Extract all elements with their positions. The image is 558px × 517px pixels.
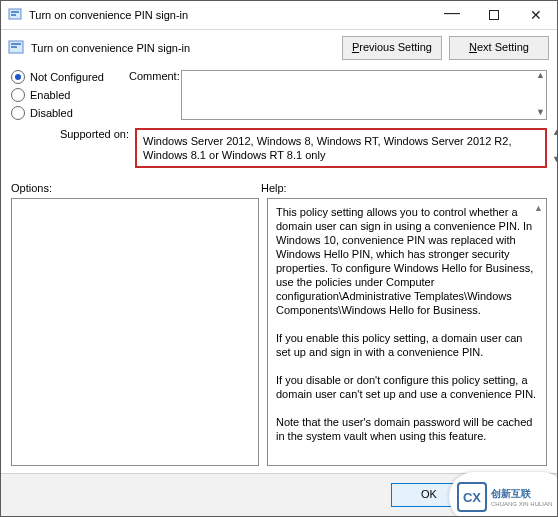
chevron-up-icon[interactable]: ▲ — [552, 128, 558, 137]
header-left: Turn on convenience PIN sign-in — [7, 39, 190, 57]
titlebar-buttons: ― ✕ — [431, 1, 557, 29]
minimize-button[interactable]: ― — [431, 0, 473, 29]
panel-labels: Options: Help: — [1, 174, 557, 198]
supported-on-label: Supported on: — [11, 128, 135, 140]
titlebar: Turn on convenience PIN sign-in ― ✕ — [1, 1, 557, 30]
comment-label: Comment: — [129, 70, 181, 82]
help-panel: ▲ This policy setting allows you to cont… — [267, 198, 547, 466]
svg-rect-2 — [11, 14, 16, 16]
radio-icon — [11, 106, 25, 120]
header-row: Turn on convenience PIN sign-in Previous… — [1, 30, 557, 70]
options-panel — [11, 198, 259, 466]
radio-label: Not Configured — [30, 71, 104, 83]
radio-icon — [11, 88, 25, 102]
radio-disabled[interactable]: Disabled — [11, 106, 129, 120]
svg-rect-3 — [490, 11, 499, 20]
close-button[interactable]: ✕ — [515, 1, 557, 29]
watermark-sub: CHUANG XIN HULIAN — [491, 501, 552, 507]
maximize-button[interactable] — [473, 1, 515, 29]
watermark-brand: 创新互联 — [491, 487, 552, 501]
header-title: Turn on convenience PIN sign-in — [31, 42, 190, 54]
content-area: Not Configured Enabled Disabled Comment:… — [1, 70, 557, 168]
svg-rect-6 — [11, 46, 17, 48]
window-title: Turn on convenience PIN sign-in — [29, 9, 188, 21]
comment-textarea[interactable] — [181, 70, 547, 120]
chevron-down-icon[interactable]: ▼ — [552, 155, 558, 164]
policy-state-group: Not Configured Enabled Disabled — [11, 70, 129, 120]
previous-setting-button[interactable]: Previous Setting — [342, 36, 442, 60]
svg-rect-5 — [11, 43, 21, 45]
chevron-up-icon[interactable]: ▲ — [536, 71, 545, 80]
supported-on-text: Windows Server 2012, Windows 8, Windows … — [135, 128, 547, 168]
app-icon — [7, 7, 23, 23]
radio-not-configured[interactable]: Not Configured — [11, 70, 129, 84]
policy-icon — [7, 39, 25, 57]
svg-rect-1 — [11, 11, 19, 13]
radio-enabled[interactable]: Enabled — [11, 88, 129, 102]
radio-label: Disabled — [30, 107, 73, 119]
chevron-up-icon[interactable]: ▲ — [534, 201, 543, 215]
chevron-down-icon[interactable]: ▼ — [536, 108, 545, 117]
help-label: Help: — [261, 182, 287, 194]
watermark-icon: CX — [457, 482, 487, 512]
next-setting-button[interactable]: Next Setting — [449, 36, 549, 60]
radio-icon — [11, 70, 25, 84]
titlebar-left: Turn on convenience PIN sign-in — [1, 7, 188, 23]
comment-scrollbar: ▲ ▼ — [536, 71, 545, 117]
help-text: This policy setting allows you to contro… — [276, 205, 538, 443]
watermark-badge: CX 创新互联 CHUANG XIN HULIAN — [449, 472, 558, 517]
radio-label: Enabled — [30, 89, 70, 101]
options-label: Options: — [11, 182, 261, 194]
panels: ▲ This policy setting allows you to cont… — [1, 198, 557, 466]
nav-buttons: Previous Setting Next Setting — [338, 36, 549, 60]
dialog-window: Turn on convenience PIN sign-in ― ✕ Turn… — [0, 0, 558, 517]
supported-scrollbar: ▲ ▼ — [552, 128, 558, 164]
